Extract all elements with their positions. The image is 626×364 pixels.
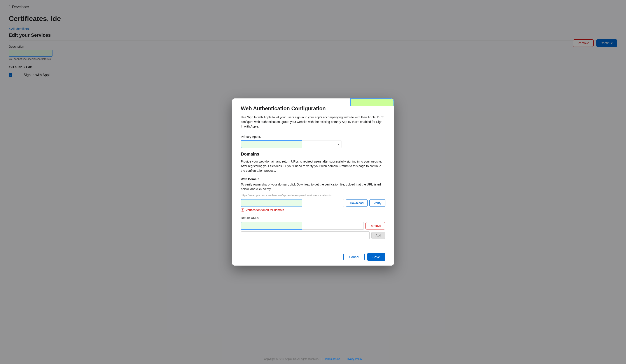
modal-overlay: Web Authentication Configuration Use Sig…	[0, 0, 626, 364]
web-auth-modal: Web Authentication Configuration Use Sig…	[232, 98, 394, 266]
error-icon: !	[241, 208, 244, 212]
return-urls-section: Return URLs Remove Add	[241, 216, 385, 239]
domains-title: Domains	[241, 152, 385, 157]
primary-app-id-select-wrapper: ▼	[302, 140, 341, 148]
footer-divider-2: |	[343, 358, 343, 361]
primary-app-id-input[interactable]	[241, 140, 302, 148]
return-url-input-rest[interactable]	[302, 222, 364, 230]
privacy-policy-link[interactable]: Privacy Policy	[346, 358, 362, 361]
download-button[interactable]: Download	[346, 199, 368, 207]
add-url-input[interactable]	[241, 231, 370, 239]
primary-app-id-section: Primary App ID ▼	[241, 135, 385, 148]
return-url-input[interactable]	[241, 222, 302, 230]
save-button[interactable]: Save	[367, 253, 385, 261]
domain-input-row: Download Verify	[241, 199, 385, 207]
add-url-row: Add	[241, 231, 385, 239]
return-combined-input	[241, 222, 364, 230]
domains-description: Provide your web domain and return URLs …	[241, 159, 385, 173]
copyright-text: Copyright © 2019 Apple Inc. All rights r…	[264, 358, 319, 361]
modal-body: Web Authentication Configuration Use Sig…	[232, 98, 394, 248]
web-domain-description: To verify ownership of your domain, clic…	[241, 182, 385, 191]
top-right-highlight	[350, 98, 394, 106]
return-urls-title: Return URLs	[241, 216, 385, 220]
primary-app-id-label: Primary App ID	[241, 135, 385, 138]
primary-app-id-select[interactable]	[302, 140, 341, 148]
error-message: ! Verification failed for domain	[241, 208, 385, 212]
add-button: Add	[371, 232, 385, 239]
web-domain-section: Web Domain To verify ownership of your d…	[241, 177, 385, 212]
remove-url-button[interactable]: Remove	[365, 222, 385, 230]
return-url-row: Remove	[241, 222, 385, 230]
terms-of-use-link[interactable]: Terms of Use	[325, 358, 340, 361]
modal-footer: Cancel Save	[232, 248, 394, 266]
url-hint: https://example.com/.well-known/apple-de…	[241, 194, 385, 197]
footer-divider: |	[321, 358, 322, 361]
domain-combined-input	[241, 199, 344, 207]
verify-button[interactable]: Verify	[369, 199, 385, 207]
error-text: Verification failed for domain	[246, 208, 284, 212]
domain-input[interactable]	[241, 199, 302, 207]
modal-title: Web Authentication Configuration	[241, 105, 385, 112]
modal-description: Use Sign In with Apple to let your users…	[241, 115, 385, 129]
domain-input-rest[interactable]	[302, 199, 344, 207]
page-footer: Copyright © 2019 Apple Inc. All rights r…	[0, 358, 626, 361]
web-domain-title: Web Domain	[241, 177, 385, 181]
primary-app-id-combined: ▼	[241, 140, 341, 148]
cancel-button[interactable]: Cancel	[343, 253, 365, 261]
